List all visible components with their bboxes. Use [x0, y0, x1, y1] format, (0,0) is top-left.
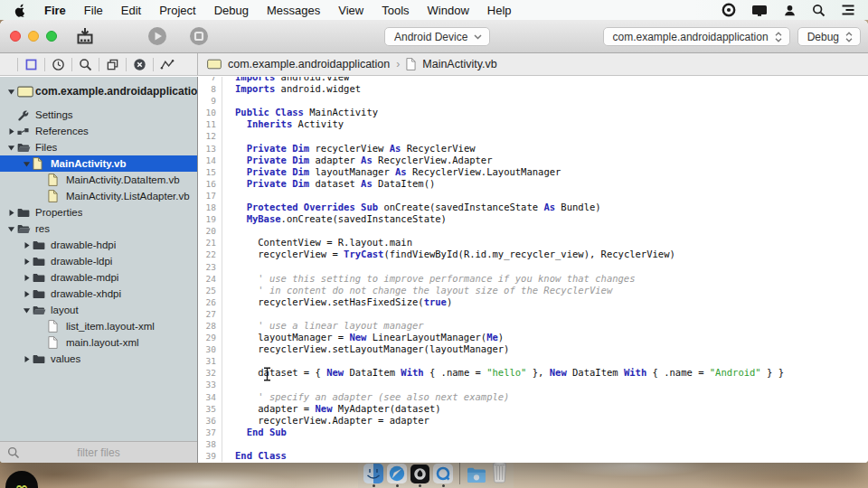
status-notification-list-icon[interactable] [841, 4, 855, 16]
close-icon[interactable] [133, 58, 146, 71]
code-line-38[interactable]: 38 [198, 438, 868, 450]
code-line-14[interactable]: 14 Private Dim adapter As RecyclerView.A… [198, 155, 868, 166]
sidebar-item-drawable-hdpi[interactable]: drawable-hdpi [0, 237, 197, 253]
menu-window[interactable]: Window [419, 4, 478, 17]
code-line-27[interactable]: 27 [198, 308, 868, 320]
code-line-28[interactable]: 28 ' use a linear layout manager [198, 320, 868, 332]
code-line-8[interactable]: 8Imports android.widget [198, 83, 868, 95]
fire-infinity-icon[interactable]: ∞ [5, 471, 38, 488]
menu-view[interactable]: View [329, 4, 373, 17]
sidebar-item-references[interactable]: References [0, 123, 197, 139]
code-line-20[interactable]: 20 [198, 225, 868, 237]
code-line-39[interactable]: 39End Class [198, 450, 868, 462]
sidebar-item-drawable-ldpi[interactable]: drawable-ldpi [0, 253, 197, 269]
build-button[interactable] [75, 26, 95, 46]
code-line-10[interactable]: 10Public Class MainActivity [198, 107, 868, 118]
status-display-icon[interactable] [751, 4, 768, 17]
sidebar-item-com-example-androidapplication[interactable]: com.example.androidapplication [0, 83, 197, 99]
dock-downloads-icon[interactable] [467, 466, 487, 487]
menu-edit[interactable]: Edit [112, 4, 150, 17]
sidebar-item-files[interactable]: Files [0, 139, 197, 155]
code-line-32[interactable]: 32 dataset = { New DataItem With { .name… [198, 367, 868, 379]
dock-safari-icon[interactable] [387, 464, 407, 487]
sidebar-item-drawable-xhdpi[interactable]: drawable-xhdpi [0, 286, 197, 302]
project-selector[interactable]: com.example.androidapplication [603, 27, 790, 46]
disclosure-right-icon[interactable] [21, 241, 33, 249]
code-line-29[interactable]: 29 layoutManager = New LinearLayoutManag… [198, 332, 868, 343]
code-line-37[interactable]: 37 End Sub [198, 427, 868, 438]
code-line-26[interactable]: 26 recyclerView.setHasFixedSize(true) [198, 296, 868, 308]
code-line-18[interactable]: 18 Protected Overrides Sub onCreate(save… [198, 202, 868, 213]
status-user-icon[interactable] [783, 4, 797, 17]
device-selector[interactable]: Android Device [384, 27, 490, 46]
menu-debug[interactable]: Debug [205, 4, 258, 17]
disclosure-right-icon[interactable] [5, 127, 17, 136]
sidebar-item-mainactivity-dataitem-vb[interactable]: MainActivity.DataItem.vb [0, 172, 197, 188]
code-line-24[interactable]: 24 ' use this setting to improve perform… [198, 273, 868, 285]
dock-quicktime-icon[interactable] [433, 464, 453, 487]
code-line-35[interactable]: 35 adapter = New MyAdapter(dataset) [198, 403, 868, 415]
menu-project[interactable]: Project [150, 4, 204, 17]
disclosure-right-icon[interactable] [21, 274, 33, 282]
code-line-22[interactable]: 22 recyclerView = TryCast(findViewById(R… [198, 249, 868, 260]
breadcrumb-file[interactable]: MainActivity.vb [422, 58, 496, 70]
code-line-30[interactable]: 30 recyclerView.setLayoutManager(layoutM… [198, 343, 868, 355]
sidebar-item-values[interactable]: values [0, 351, 197, 367]
code-line-36[interactable]: 36 recyclerView.Adapter = adapter [198, 415, 868, 427]
code-line-7[interactable]: 7Imports android.view [198, 77, 868, 83]
code-line-15[interactable]: 15 Private Dim layoutManager As Recycler… [198, 166, 868, 178]
disclosure-right-icon[interactable] [21, 258, 33, 266]
sidebar-item-mainactivity-vb[interactable]: MainActivity.vb [0, 155, 197, 172]
history-icon[interactable] [52, 58, 65, 71]
sidebar-item-settings[interactable]: Settings [0, 107, 197, 123]
frame-icon[interactable] [24, 58, 38, 71]
code-editor[interactable]: 7Imports android.view8Imports android.wi… [198, 77, 868, 463]
build-config-selector[interactable]: Debug [797, 27, 861, 46]
dock-trash-icon[interactable] [491, 461, 508, 487]
apple-menu-icon[interactable] [0, 4, 35, 17]
zoom-window-button[interactable] [46, 31, 57, 42]
code-line-19[interactable]: 19 MyBase.onCreate(savedInstanceState) [198, 213, 868, 225]
disclosure-right-icon[interactable] [21, 290, 33, 298]
stop-button[interactable] [189, 26, 209, 46]
code-line-23[interactable]: 23 [198, 261, 868, 273]
code-line-25[interactable]: 25 ' in content do not change the layout… [198, 285, 868, 296]
duplicate-icon[interactable] [106, 58, 119, 71]
sidebar-item-properties[interactable]: Properties [0, 204, 197, 221]
search-icon[interactable] [79, 58, 92, 71]
close-window-button[interactable] [10, 31, 21, 42]
disclosure-down-icon[interactable] [21, 306, 33, 314]
dock-finder-icon[interactable] [363, 464, 383, 487]
flow-icon[interactable] [160, 58, 175, 71]
sidebar-item-layout[interactable]: layout [0, 302, 197, 318]
filter-files-input[interactable] [0, 442, 197, 463]
disclosure-down-icon[interactable] [5, 225, 17, 233]
code-line-9[interactable]: 9 [198, 95, 868, 107]
menu-file[interactable]: File [75, 4, 112, 17]
sidebar-item-main-layout-xml[interactable]: main.layout-xml [0, 334, 197, 351]
sidebar-item-drawable-mdpi[interactable]: drawable-mdpi [0, 269, 197, 286]
sidebar-item-mainactivity-listadapter-vb[interactable]: MainActivity.ListAdapter.vb [0, 188, 197, 204]
status-search-icon[interactable] [812, 4, 826, 17]
breadcrumb-project[interactable]: com.example.androidapplication [228, 58, 390, 70]
disclosure-right-icon[interactable] [21, 355, 33, 363]
sidebar-item-res[interactable]: res [0, 221, 197, 237]
code-line-13[interactable]: 13 Private Dim recyclerView As RecyclerV… [198, 143, 868, 155]
disclosure-down-icon[interactable] [5, 88, 17, 96]
menu-tools[interactable]: Tools [373, 4, 418, 17]
menu-fire[interactable]: Fire [35, 4, 75, 17]
menu-messages[interactable]: Messages [258, 4, 329, 17]
sidebar-item-list-item-layout-xml[interactable]: list_item.layout-xml [0, 318, 197, 334]
disclosure-right-icon[interactable] [5, 209, 17, 217]
code-line-33[interactable]: 33 [198, 379, 868, 390]
menu-help[interactable]: Help [478, 4, 521, 17]
disclosure-down-icon[interactable] [21, 160, 33, 168]
dock-fire-icon[interactable] [410, 465, 429, 487]
code-line-12[interactable]: 12 [198, 130, 868, 142]
code-line-16[interactable]: 16 Private Dim dataset As DataItem() [198, 178, 868, 190]
code-line-21[interactable]: 21 ContentView = R.layout.main [198, 237, 868, 249]
code-line-17[interactable]: 17 [198, 190, 868, 202]
code-line-11[interactable]: 11 Inherits Activity [198, 118, 868, 130]
run-button[interactable] [147, 26, 167, 46]
code-line-31[interactable]: 31 [198, 355, 868, 367]
